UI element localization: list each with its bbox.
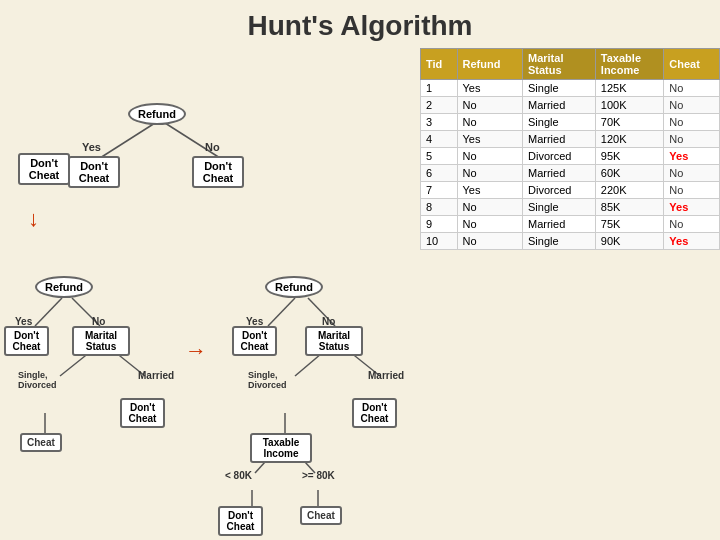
lt80k-dont-cheat: Don'tCheat [218,506,263,536]
cell-tid: 1 [421,80,458,97]
single-divorced-label-left: Single,Divorced [18,370,57,390]
cell-refund: No [457,97,522,114]
svg-line-7 [268,298,295,326]
cell-refund: No [457,114,522,131]
no-label-top: No [205,141,220,153]
cell-marital: Married [523,216,596,233]
cell-tid: 8 [421,199,458,216]
yes-dont-cheat-left: Don'tCheat [4,326,49,356]
table-row: 8 No Single 85K Yes [421,199,720,216]
cell-cheat: Yes [664,233,720,250]
col-taxable: TaxableIncome [595,49,663,80]
cell-cheat: Yes [664,199,720,216]
marital-status-right: MaritalStatus [305,326,363,356]
cell-taxable: 70K [595,114,663,131]
table-row: 1 Yes Single 125K No [421,80,720,97]
cell-marital: Married [523,97,596,114]
cell-marital: Married [523,131,596,148]
marital-status-left: MaritalStatus [72,326,130,356]
table-row: 3 No Single 70K No [421,114,720,131]
cell-refund: No [457,199,522,216]
cell-taxable: 100K [595,97,663,114]
start-dont-cheat: Don'tCheat [18,153,70,185]
cell-refund: Yes [457,80,522,97]
cell-cheat: No [664,114,720,131]
cell-taxable: 75K [595,216,663,233]
col-tid: Tid [421,49,458,80]
single-divorced-label-right: Single,Divorced [248,370,287,390]
table-row: 9 No Married 75K No [421,216,720,233]
table-row: 7 Yes Divorced 220K No [421,182,720,199]
cell-cheat: No [664,131,720,148]
cell-marital: Single [523,80,596,97]
table-row: 4 Yes Married 120K No [421,131,720,148]
cell-taxable: 120K [595,131,663,148]
diagram-area: Don'tCheat → Refund Yes No Don'tCheat Do… [0,48,420,540]
cell-tid: 10 [421,233,458,250]
lt80k-label: < 80K [225,470,252,481]
col-cheat: Cheat [664,49,720,80]
cell-marital: Single [523,114,596,131]
yes-label-top: Yes [82,141,101,153]
cell-marital: Single [523,199,596,216]
cell-tid: 5 [421,148,458,165]
table-row: 5 No Divorced 95K Yes [421,148,720,165]
cell-cheat: No [664,182,720,199]
table-row: 2 No Married 100K No [421,97,720,114]
cell-refund: Yes [457,131,522,148]
taxable-income-node: TaxableIncome [250,433,312,463]
yes-dont-cheat-right: Don'tCheat [232,326,277,356]
cell-taxable: 95K [595,148,663,165]
cell-tid: 7 [421,182,458,199]
data-table: Tid Refund MaritalStatus TaxableIncome C… [420,48,720,250]
cell-tid: 3 [421,114,458,131]
table-row: 10 No Single 90K Yes [421,233,720,250]
svg-line-0 [100,123,155,158]
cell-tid: 4 [421,131,458,148]
cell-refund: Yes [457,182,522,199]
cell-cheat: No [664,216,720,233]
cell-marital: Divorced [523,182,596,199]
married-dont-cheat-right: Don'tCheat [352,398,397,428]
cell-taxable: 85K [595,199,663,216]
cell-refund: No [457,165,522,182]
refund-node-right: Refund [265,276,323,298]
no-dont-cheat-top: Don'tCheat [192,156,244,188]
married-label-right: Married [368,370,404,381]
cheat-leaf-left: Cheat [20,433,62,452]
refund-node-left: Refund [35,276,93,298]
cell-taxable: 90K [595,233,663,250]
cell-refund: No [457,233,522,250]
col-refund: Refund [457,49,522,80]
cell-marital: Single [523,233,596,250]
arrow-right-2: → [185,338,207,364]
col-marital: MaritalStatus [523,49,596,80]
cell-cheat: No [664,97,720,114]
cell-tid: 2 [421,97,458,114]
table-row: 6 No Married 60K No [421,165,720,182]
arrow-down: ↓ [28,206,39,232]
cell-cheat: No [664,165,720,182]
ge80k-cheat: Cheat [300,506,342,525]
cell-tid: 9 [421,216,458,233]
cell-tid: 6 [421,165,458,182]
cell-refund: No [457,148,522,165]
table-area: Tid Refund MaritalStatus TaxableIncome C… [420,48,720,540]
married-dont-cheat-left: Don'tCheat [120,398,165,428]
refund-node-top: Refund [128,103,186,125]
cell-taxable: 125K [595,80,663,97]
cell-taxable: 220K [595,182,663,199]
cell-marital: Divorced [523,148,596,165]
cell-taxable: 60K [595,165,663,182]
cell-cheat: No [664,80,720,97]
cell-cheat: Yes [664,148,720,165]
svg-line-2 [35,298,62,326]
married-label-left: Married [138,370,174,381]
cell-marital: Married [523,165,596,182]
page-title: Hunt's Algorithm [0,0,720,48]
yes-dont-cheat-top: Don'tCheat [68,156,120,188]
cell-refund: No [457,216,522,233]
ge80k-label: >= 80K [302,470,335,481]
